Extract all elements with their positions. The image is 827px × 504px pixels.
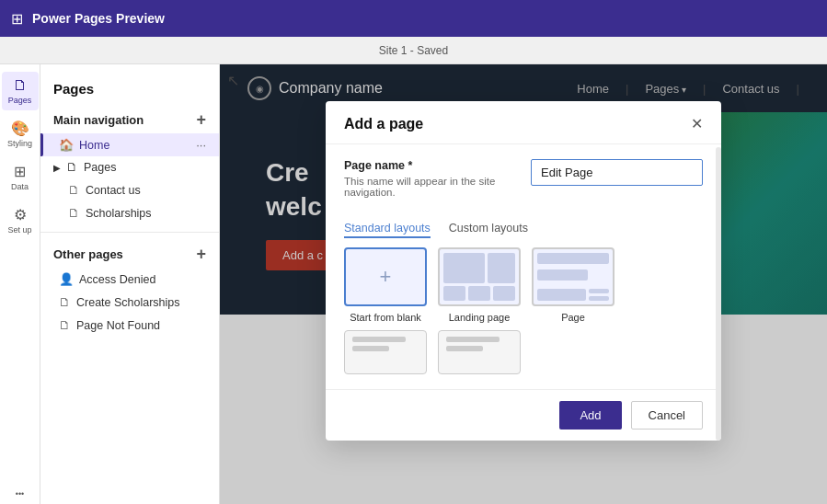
setup-rail-label: Set up bbox=[7, 225, 31, 235]
tab-standard-layouts[interactable]: Standard layouts bbox=[344, 222, 431, 238]
sidebar-item-home-label: Home bbox=[79, 139, 109, 152]
pg-sub2 bbox=[589, 296, 610, 301]
layout-card-page[interactable]: Page bbox=[532, 247, 615, 323]
pg-row2 bbox=[537, 269, 588, 281]
lp-row1 bbox=[443, 253, 515, 283]
app-title: Power Pages Preview bbox=[32, 11, 165, 26]
grid-icon: ⊞ bbox=[11, 10, 23, 28]
topbar: ⊞ Power Pages Preview bbox=[0, 0, 827, 37]
page-name-input[interactable] bbox=[531, 159, 703, 186]
create-scholarships-icon: 🗋 bbox=[59, 295, 71, 309]
form-left: Page name * This name will appear in the… bbox=[344, 159, 516, 207]
add-other-pages-button[interactable]: + bbox=[196, 246, 206, 262]
more-icon: ••• bbox=[16, 489, 24, 498]
blank-label: Start from blank bbox=[350, 312, 421, 323]
form-right bbox=[531, 159, 703, 186]
modal-header: Add a page ✕ bbox=[326, 101, 721, 144]
scholarships-page-icon: 🗋 bbox=[68, 206, 80, 220]
pages-rail-label: Pages bbox=[8, 96, 32, 105]
setup-rail-icon: ⚙ bbox=[14, 206, 27, 223]
sidebar-item-pages-label: Pages bbox=[84, 161, 116, 174]
lp-col2 bbox=[468, 286, 490, 301]
main-nav-label: Main navigation bbox=[53, 113, 144, 127]
rail-pages[interactable]: 🗋 Pages bbox=[2, 72, 39, 110]
sidebar-item-contact[interactable]: 🗋 Contact us bbox=[50, 178, 219, 201]
sidebar-title: Pages bbox=[53, 81, 94, 97]
main-nav-header: Main navigation + bbox=[40, 106, 219, 133]
rail-more[interactable]: ••• bbox=[2, 484, 39, 504]
sm-line-3 bbox=[446, 337, 500, 342]
status-bar: Site 1 - Saved bbox=[0, 37, 827, 64]
styling-rail-icon: 🎨 bbox=[11, 120, 29, 137]
sidebar-item-pages-expand[interactable]: ▶ 🗋 Pages bbox=[40, 156, 219, 178]
modal-body: Page name * This name will appear in the… bbox=[326, 144, 721, 389]
page-label: Page bbox=[561, 312, 585, 323]
status-text: Site 1 - Saved bbox=[379, 44, 448, 57]
tab-custom-layouts[interactable]: Custom layouts bbox=[449, 222, 528, 238]
page-name-hint: This name will appear in the site naviga… bbox=[344, 176, 516, 198]
rail-data[interactable]: ⊞ Data bbox=[2, 157, 39, 197]
main-layout: 🗋 Pages 🎨 Styling ⊞ Data ⚙ Set up ••• Pa… bbox=[0, 64, 827, 504]
sidebar-item-home[interactable]: 🏠 Home ··· bbox=[40, 133, 219, 156]
home-more-icon[interactable]: ··· bbox=[196, 138, 206, 152]
sidebar-item-scholarships-label: Scholarships bbox=[86, 207, 152, 220]
sidebar-divider bbox=[40, 232, 219, 233]
sidebar-item-contact-label: Contact us bbox=[86, 184, 141, 197]
add-page-modal: Add a page ✕ Page name * This name will … bbox=[326, 101, 721, 441]
page-preview-content bbox=[534, 249, 613, 304]
home-icon: 🏠 bbox=[59, 138, 74, 152]
layout-cards-row2 bbox=[344, 330, 703, 374]
other-pages-header: Other pages + bbox=[40, 240, 219, 268]
page-not-found-icon: 🗋 bbox=[59, 318, 71, 332]
icon-rail: 🗋 Pages 🎨 Styling ⊞ Data ⚙ Set up ••• bbox=[0, 64, 40, 504]
rail-styling[interactable]: 🎨 Styling bbox=[2, 114, 39, 154]
styling-rail-label: Styling bbox=[7, 139, 32, 148]
lp-col1 bbox=[443, 286, 465, 301]
sm-line-1 bbox=[352, 337, 406, 342]
sidebar-item-access-denied-label: Access Denied bbox=[79, 273, 155, 286]
layout-section: Standard layouts Custom layouts + Start … bbox=[344, 222, 703, 374]
plus-icon: + bbox=[380, 265, 392, 289]
modal-scrollbar bbox=[716, 147, 721, 441]
access-denied-icon: 👤 bbox=[59, 272, 74, 286]
layout-card-sm-1[interactable] bbox=[344, 330, 427, 374]
chevron-right-icon: ▶ bbox=[53, 163, 61, 173]
sidebar-item-access-denied[interactable]: 👤 Access Denied bbox=[40, 268, 219, 291]
pg-sub1 bbox=[589, 289, 610, 293]
layout-tabs: Standard layouts Custom layouts bbox=[344, 222, 703, 238]
pg-col1 bbox=[537, 289, 586, 301]
sidebar-item-page-not-found[interactable]: 🗋 Page Not Found bbox=[40, 314, 219, 337]
lp-col3 bbox=[493, 286, 515, 301]
lp-left bbox=[443, 253, 485, 283]
landing-label: Landing page bbox=[449, 312, 511, 323]
sm-line-4 bbox=[446, 346, 483, 351]
modal-footer: Add Cancel bbox=[326, 389, 721, 441]
sidebar-item-create-scholarships[interactable]: 🗋 Create Scholarships bbox=[40, 291, 219, 314]
pages-rail-icon: 🗋 bbox=[13, 77, 28, 94]
add-button[interactable]: Add bbox=[559, 401, 621, 430]
lp-right bbox=[488, 253, 515, 283]
cancel-button[interactable]: Cancel bbox=[631, 401, 703, 430]
other-pages-label: Other pages bbox=[53, 247, 123, 261]
modal-backdrop: Add a page ✕ Page name * This name will … bbox=[220, 64, 827, 504]
modal-title: Add a page bbox=[344, 116, 423, 132]
data-rail-icon: ⊞ bbox=[14, 163, 26, 180]
data-rail-label: Data bbox=[11, 182, 29, 191]
sidebar-item-page-not-found-label: Page Not Found bbox=[76, 319, 160, 332]
sidebar: Pages Main navigation + 🏠 Home ··· ▶ 🗋 P… bbox=[40, 64, 220, 504]
contact-page-icon: 🗋 bbox=[68, 183, 80, 197]
rail-setup[interactable]: ⚙ Set up bbox=[2, 200, 39, 240]
layout-card-sm-2[interactable] bbox=[438, 330, 521, 374]
layout-card-landing[interactable]: Landing page bbox=[438, 247, 521, 323]
page-name-label: Page name * bbox=[344, 159, 516, 172]
pg-col2 bbox=[589, 289, 610, 301]
layout-cards: + Start from blank bbox=[344, 247, 703, 323]
pg-row1 bbox=[537, 253, 609, 264]
add-main-nav-button[interactable]: + bbox=[196, 111, 206, 128]
sm-line-2 bbox=[352, 346, 389, 351]
lp-row2 bbox=[443, 286, 515, 301]
landing-preview-content bbox=[440, 249, 519, 304]
layout-card-blank[interactable]: + Start from blank bbox=[344, 247, 427, 323]
modal-close-button[interactable]: ✕ bbox=[691, 117, 703, 132]
sidebar-item-scholarships[interactable]: 🗋 Scholarships bbox=[50, 201, 219, 224]
